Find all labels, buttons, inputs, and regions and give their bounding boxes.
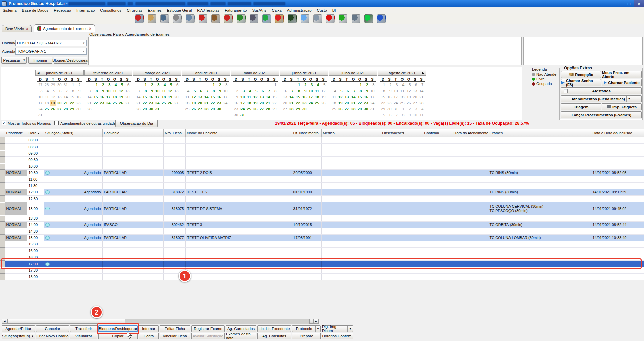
calendar-day[interactable]: 28: [350, 106, 357, 112]
calendar-day[interactable]: 24: [222, 100, 229, 106]
situa-o-status-button[interactable]: Situação(status)▼: [2, 333, 35, 339]
calendar-day[interactable]: 26: [337, 106, 344, 112]
billing-up-icon[interactable]: [224, 14, 233, 23]
calendar-day[interactable]: 2: [99, 82, 105, 88]
calendar-day[interactable]: 10: [393, 88, 399, 94]
calendar-day[interactable]: 11: [246, 94, 252, 100]
calendar-day[interactable]: 26: [118, 100, 124, 106]
ledger-book-icon[interactable]: [288, 14, 297, 23]
schedule-row-11-00[interactable]: 11:00: [0, 176, 644, 182]
calendar-day[interactable]: 28: [44, 82, 50, 88]
calendar-day[interactable]: 16: [301, 94, 308, 100]
calendar-day[interactable]: 7: [203, 88, 210, 94]
calendar-day[interactable]: 17: [154, 94, 161, 100]
calendar-day[interactable]: 29: [50, 82, 56, 88]
calendar-day[interactable]: 3: [222, 82, 229, 88]
column-header-confirma[interactable]: Confirma: [423, 129, 452, 137]
internar-button[interactable]: Internar: [139, 325, 159, 332]
safe-icon[interactable]: [250, 14, 258, 23]
calendar-day[interactable]: 13: [282, 94, 288, 100]
calendar-day[interactable]: 15: [210, 94, 216, 100]
calendar-day[interactable]: 6: [386, 112, 393, 118]
calendar-day[interactable]: 11: [112, 88, 118, 94]
calendar-day[interactable]: 8: [271, 88, 278, 94]
calendar-day[interactable]: 4: [112, 82, 118, 88]
calendar-day[interactable]: 6: [259, 88, 265, 94]
menu-item-estoque-geral[interactable]: Estoque Geral: [164, 7, 195, 13]
calendar-day[interactable]: 30: [363, 106, 369, 112]
calendar-day[interactable]: 1: [210, 82, 216, 88]
calendar-day[interactable]: 17: [222, 94, 229, 100]
calendar-day[interactable]: 7: [350, 88, 357, 94]
calendar-day[interactable]: 23: [216, 100, 222, 106]
calendar-day[interactable]: 14: [265, 94, 271, 100]
recepcao-button[interactable]: Recepção: [561, 71, 601, 78]
calendar-day[interactable]: 26: [191, 106, 197, 112]
calendar-day[interactable]: 24: [369, 100, 376, 106]
calendar-day[interactable]: 16: [148, 94, 154, 100]
calendar-day[interactable]: 14: [63, 94, 69, 100]
ambulance-icon[interactable]: [199, 14, 207, 23]
calendar-day[interactable]: 4: [44, 88, 50, 94]
calendar-day[interactable]: 20: [124, 94, 131, 100]
calendar-day[interactable]: 8: [142, 88, 148, 94]
calendar-day[interactable]: 21: [63, 100, 69, 106]
doctor-icon[interactable]: [160, 14, 169, 23]
calendar-day[interactable]: 31: [239, 112, 246, 118]
calendar-day[interactable]: 23: [363, 100, 369, 106]
calendar-day[interactable]: 17: [105, 94, 112, 100]
calendar-day[interactable]: 5: [118, 82, 124, 88]
calendar-day[interactable]: 31: [393, 106, 399, 112]
column-header-situa-o-status[interactable]: Situação (Status): [44, 129, 102, 137]
calendar-day[interactable]: 6: [197, 88, 203, 94]
schedule-row-14-30[interactable]: 14:30: [0, 228, 644, 234]
menu-item-exames[interactable]: Exames: [145, 7, 164, 13]
menu-item-recep-o[interactable]: Recepção: [51, 7, 74, 13]
calendar-day[interactable]: 4: [184, 88, 191, 94]
calendar-day[interactable]: 2: [301, 82, 308, 88]
calendar-day[interactable]: 10: [412, 112, 418, 118]
calendar-day[interactable]: 8: [399, 112, 406, 118]
calendar-day[interactable]: 17: [37, 100, 44, 106]
scrollbar-track[interactable]: [125, 319, 309, 324]
prescription-icon[interactable]: [173, 14, 182, 23]
calendar-day[interactable]: 21: [418, 94, 425, 100]
calendar-day[interactable]: 12: [252, 94, 259, 100]
calendar-day[interactable]: 29: [271, 106, 278, 112]
calendar-day[interactable]: 13: [173, 88, 180, 94]
calendar-day[interactable]: 25: [112, 100, 118, 106]
calendar-day[interactable]: 24: [154, 100, 161, 106]
column-header-prioridade[interactable]: Prioridade: [5, 129, 27, 137]
calendar-day[interactable]: 31: [37, 112, 44, 118]
calendar-day[interactable]: 10: [369, 88, 376, 94]
calendar-day[interactable]: 8: [380, 88, 386, 94]
power-icon[interactable]: [326, 14, 335, 23]
chevron-down-icon[interactable]: ▼: [82, 42, 85, 45]
calendar-day[interactable]: 5: [167, 82, 173, 88]
calendar-day[interactable]: 16: [99, 94, 105, 100]
calendar-day[interactable]: 3: [369, 82, 376, 88]
chevron-down-icon[interactable]: ▼: [82, 50, 85, 53]
menu-item-sistema[interactable]: Sistema: [0, 7, 19, 13]
editar-ficha-button[interactable]: Editar Ficha: [160, 325, 190, 332]
chat-icon[interactable]: [301, 14, 309, 23]
calendar-day[interactable]: 2: [363, 82, 369, 88]
money-receive-icon[interactable]: [237, 14, 246, 23]
menu-item-caixa[interactable]: Caixa: [269, 7, 284, 13]
chamar-senha-button[interactable]: Chamar Senha (F8): [561, 79, 601, 86]
calendar-day[interactable]: 26: [320, 100, 327, 106]
scroll-right-icon[interactable]: ▶: [313, 319, 319, 324]
imp-etiqueta-button[interactable]: Imp. Etiqueta: [602, 103, 642, 110]
calendar-day[interactable]: 18: [246, 100, 252, 106]
agenda-select[interactable]: TOMOGRAFIA 1 ▼: [15, 48, 87, 55]
pesquisar-button[interactable]: Pesquisar ▼: [1, 57, 27, 64]
unidade-select[interactable]: HOSPITAL SQL - MATRIZ ▼: [15, 40, 87, 46]
schedule-row-15-00[interactable]: NORMAL15:00AgendadoPARTICULAR318077TESTE…: [0, 234, 644, 241]
calendar-day[interactable]: 3: [412, 106, 418, 112]
calendar-day[interactable]: 12: [337, 94, 344, 100]
calendar-day[interactable]: 23: [301, 100, 308, 106]
calendar-day[interactable]: 25: [314, 100, 320, 106]
calendar-day[interactable]: 16: [233, 100, 239, 106]
calendar-day[interactable]: 12: [320, 88, 327, 94]
supplies-icon[interactable]: [211, 14, 220, 23]
